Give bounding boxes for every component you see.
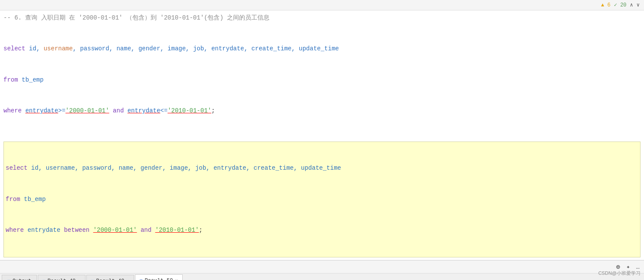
kw-select-1: select — [3, 45, 25, 52]
tab-result50[interactable]: ⊞ Result 50 × — [135, 274, 183, 280]
result48-icon: ⊞ — [43, 278, 46, 280]
result49-icon: ⊞ — [91, 278, 94, 280]
val-1a: '2000-01-01' — [66, 107, 109, 114]
tabs-bar: ▤ Output ⊞ Result 48 × ⊞ Result 49 × ⊞ R… — [0, 273, 644, 280]
sql-block-2[interactable]: select id, username, password, name, gen… — [3, 142, 641, 258]
tab-result48[interactable]: ⊞ Result 48 × — [38, 275, 85, 280]
kw-and-2: and — [137, 227, 155, 234]
kw-select-2: select — [6, 165, 27, 171]
tab-output-label: Output — [13, 278, 31, 280]
kw-where-2: where — [6, 227, 24, 234]
check-badge: ✓ 20 — [614, 2, 627, 8]
block1-line2: from tb_emp — [3, 75, 641, 86]
ellipsis-icon[interactable]: … — [636, 264, 640, 270]
block1-line3: where entrydate>='2000-01-01' and entryd… — [3, 106, 641, 116]
block1-line1: select id, username, password, name, gen… — [3, 44, 641, 54]
editor-area: -- 6. 查询 入职日期 在 '2000-01-01' （包含）到 '2010… — [0, 10, 644, 260]
results-area: ▤ Output ⊞ Result 48 × ⊞ Result 49 × ⊞ R… — [0, 273, 644, 280]
tab-result49-label: Result 49 — [96, 278, 125, 280]
result50-icon: ⊞ — [140, 278, 143, 280]
block2-line2: from tb_emp — [6, 194, 638, 205]
block2-fields: id, username, password, name, gender, im… — [27, 165, 341, 171]
tab-result49[interactable]: ⊞ Result 49 × — [86, 275, 134, 280]
comment-line: -- 6. 查询 入职日期 在 '2000-01-01' （包含）到 '2010… — [3, 13, 641, 23]
block1-table: tb_emp — [18, 76, 44, 83]
val-2b: '2010-01-01' — [155, 227, 199, 234]
val-2a: '2000-01-01' — [93, 227, 137, 234]
middle-toolbar: ⊕ ✦ … — [0, 260, 644, 273]
watermark: CSDN@小班爱学习 — [598, 270, 641, 277]
kw-between: between — [60, 227, 93, 234]
chevron-down-icon[interactable]: ∨ — [637, 2, 640, 8]
tab-result50-close[interactable]: × — [175, 278, 178, 280]
val-1b: '2010-01-01' — [168, 107, 211, 114]
output-icon: ▤ — [7, 278, 10, 280]
top-bar: ▲ 6 ✓ 20 ∧ ∨ — [0, 0, 644, 10]
chevron-up-icon[interactable]: ∧ — [630, 2, 633, 8]
kw-from-2: from — [6, 196, 20, 203]
tab-result48-label: Result 48 — [47, 278, 76, 280]
kw-from-1: from — [3, 76, 18, 83]
kw-where-1: where — [3, 107, 22, 114]
block1-fields: id, username, password, name, gender, im… — [25, 45, 339, 52]
block2-line3: where entrydate between '2000-01-01' and… — [6, 225, 638, 236]
block2-table: tb_emp — [20, 196, 46, 203]
gear-icon[interactable]: ✦ — [626, 263, 630, 270]
tab-output[interactable]: ▤ Output — [2, 275, 37, 280]
block2-line1: select id, username, password, name, gen… — [6, 163, 638, 174]
tab-result50-label: Result 50 — [145, 278, 173, 280]
sql-block-1[interactable]: select id, username, password, name, gen… — [3, 23, 641, 137]
warning-badge: ▲ 6 — [601, 2, 611, 8]
